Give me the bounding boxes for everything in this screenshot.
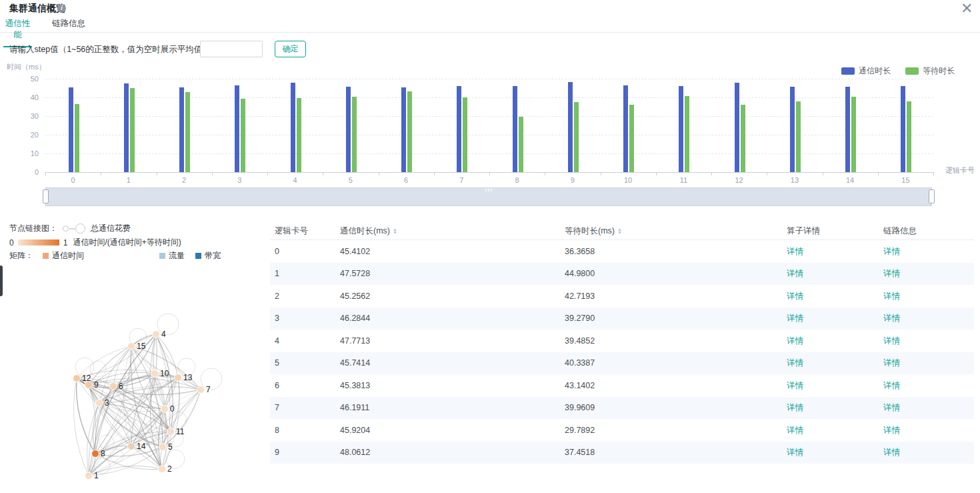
close-icon[interactable]: ✕ <box>961 1 973 16</box>
graph-node[interactable] <box>167 428 175 436</box>
drawer-edge-handle[interactable] <box>0 266 3 296</box>
slider-grip[interactable] <box>485 188 492 191</box>
link-info-detail-link[interactable]: 详情 <box>883 313 900 324</box>
bar-wait[interactable] <box>75 104 79 172</box>
operator-detail-link[interactable]: 详情 <box>787 268 803 280</box>
legend-item-wait[interactable]: 等待时长 <box>905 65 955 77</box>
bar-wait[interactable] <box>130 88 135 172</box>
operator-detail-link[interactable]: 详情 <box>787 358 803 369</box>
operator-detail-link[interactable]: 详情 <box>787 380 803 391</box>
graph-node[interactable] <box>110 383 117 390</box>
bar-communication[interactable] <box>513 86 517 172</box>
sort-icon[interactable]: ▲▼ <box>617 228 622 234</box>
table-column-header[interactable]: 通信时长(ms)▲▼ <box>340 225 397 237</box>
operator-detail-link[interactable]: 详情 <box>787 335 803 346</box>
bar-wait[interactable] <box>629 105 634 172</box>
bar-wait[interactable] <box>352 97 357 172</box>
bar-communication[interactable] <box>291 83 295 172</box>
info-icon[interactable]: i <box>57 4 66 13</box>
bar-wait[interactable] <box>574 102 579 172</box>
slider-handle-left[interactable] <box>43 189 49 203</box>
link-info-detail-link[interactable]: 详情 <box>883 380 900 391</box>
bar-wait[interactable] <box>407 91 412 172</box>
graph-node-label: 4 <box>161 330 166 339</box>
graph-node[interactable] <box>92 450 99 458</box>
x-tick-label: 13 <box>791 176 799 184</box>
bar-communication[interactable] <box>623 85 628 172</box>
graph-node[interactable] <box>161 406 169 413</box>
data-zoom-slider[interactable] <box>45 187 932 206</box>
node-link-legend-title: 节点链接图： <box>9 223 57 234</box>
bar-wait[interactable] <box>685 96 689 172</box>
bar-communication[interactable] <box>401 87 406 172</box>
graph-node[interactable] <box>159 444 167 451</box>
table-column-header: 算子详情 <box>787 225 820 237</box>
graph-node[interactable] <box>197 386 205 394</box>
bar-wait[interactable] <box>185 92 190 172</box>
operator-detail-link[interactable]: 详情 <box>787 447 803 458</box>
slider-handle-right[interactable] <box>929 189 935 203</box>
graph-node[interactable] <box>96 400 103 407</box>
x-tick-label: 6 <box>404 176 408 184</box>
bar-communication[interactable] <box>735 83 739 172</box>
operator-detail-link[interactable]: 详情 <box>787 402 803 414</box>
link-info-detail-link[interactable]: 详情 <box>883 245 900 257</box>
legend-item-communication[interactable]: 通信时长 <box>841 65 891 77</box>
link-info-detail-link[interactable]: 详情 <box>883 290 900 302</box>
tab-link-info[interactable]: 链路信息 <box>52 18 85 35</box>
graph-node-label: 3 <box>105 398 109 408</box>
bar-communication[interactable] <box>845 87 850 172</box>
graph-node[interactable] <box>175 374 182 382</box>
graph-node[interactable] <box>151 370 159 378</box>
graph-node-label: 5 <box>168 442 173 452</box>
graph-node[interactable] <box>128 443 135 450</box>
link-info-detail-link[interactable]: 详情 <box>883 447 900 458</box>
cell-comm-time: 46.2844 <box>340 314 370 323</box>
graph-node[interactable] <box>73 375 81 382</box>
bar-communication[interactable] <box>346 87 351 172</box>
bar-communication[interactable] <box>69 87 73 172</box>
link-info-detail-link[interactable]: 详情 <box>883 424 900 436</box>
operator-detail-link[interactable]: 详情 <box>787 313 803 324</box>
total-cost-toggle-icon[interactable] <box>63 223 85 233</box>
gradient-scale-row: 0 1 通信时间/(通信时间+等待时间) <box>9 237 181 248</box>
graph-node[interactable] <box>153 331 160 338</box>
bar-communication[interactable] <box>457 86 461 172</box>
graph-node[interactable] <box>85 382 93 389</box>
link-info-detail-link[interactable]: 详情 <box>883 335 900 346</box>
link-info-detail-link[interactable]: 详情 <box>883 358 900 369</box>
node-link-graph[interactable]: 4151296101373011514821 <box>40 300 240 493</box>
operator-detail-link[interactable]: 详情 <box>787 424 803 436</box>
bar-wait[interactable] <box>741 105 745 172</box>
cell-card-id: 7 <box>275 403 279 412</box>
bar-communication[interactable] <box>901 86 905 172</box>
step-input[interactable] <box>200 41 263 57</box>
operator-detail-link[interactable]: 详情 <box>787 290 803 302</box>
bar-wait[interactable] <box>796 101 801 172</box>
x-tick-label: 12 <box>735 176 743 184</box>
confirm-button[interactable]: 确定 <box>275 41 306 57</box>
bar-communication[interactable] <box>124 83 129 172</box>
communication-bar-chart[interactable]: 时间（ms） 逻辑卡号 通信时长 等待时长 010203040500123456… <box>0 60 980 191</box>
bar-communication[interactable] <box>235 85 239 172</box>
table-column-header[interactable]: 等待时长(ms)▲▼ <box>565 225 622 237</box>
sort-icon[interactable]: ▲▼ <box>393 228 397 234</box>
bar-wait[interactable] <box>851 97 856 172</box>
operator-detail-link[interactable]: 详情 <box>787 245 803 257</box>
link-info-detail-link[interactable]: 详情 <box>883 402 900 414</box>
bar-wait[interactable] <box>907 101 911 172</box>
graph-node[interactable] <box>85 472 93 480</box>
graph-node[interactable] <box>128 343 135 350</box>
bar-wait[interactable] <box>463 97 467 172</box>
graph-node-label: 7 <box>206 385 211 394</box>
bar-communication[interactable] <box>568 82 573 172</box>
graph-node[interactable] <box>159 466 166 473</box>
tab-communication-performance[interactable]: 通信性能 <box>3 18 32 47</box>
bar-wait[interactable] <box>519 117 523 172</box>
bar-wait[interactable] <box>297 98 301 172</box>
bar-wait[interactable] <box>241 99 245 172</box>
bar-communication[interactable] <box>679 86 683 172</box>
bar-communication[interactable] <box>790 87 795 173</box>
bar-communication[interactable] <box>179 87 184 172</box>
link-info-detail-link[interactable]: 详情 <box>883 268 900 280</box>
